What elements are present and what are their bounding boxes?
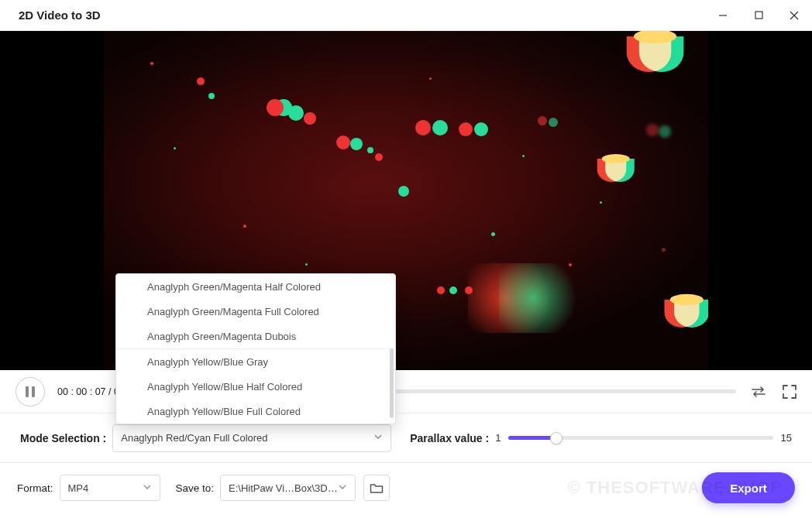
mode-option[interactable]: Anaglyph Green/Magenta Dubois <box>116 324 395 348</box>
svg-rect-1 <box>755 12 762 19</box>
window-controls <box>705 0 812 31</box>
pause-icon <box>26 386 35 397</box>
format-select[interactable]: MP4 <box>60 475 160 501</box>
parallax-label: Parallax value : <box>410 432 489 444</box>
export-bar: Format: MP4 Save to: E:\HitPaw Vi…Box\3D… <box>0 463 812 513</box>
chevron-down-icon <box>143 482 152 494</box>
open-folder-button[interactable] <box>363 475 390 501</box>
close-button[interactable] <box>776 0 812 31</box>
mode-option[interactable]: Anaglyph Green/Magenta Half Colored <box>116 274 395 299</box>
parallax-max: 15 <box>781 432 792 444</box>
fullscreen-icon <box>783 385 797 399</box>
parallax-slider[interactable] <box>508 436 772 440</box>
chevron-down-icon <box>338 482 347 494</box>
fullscreen-button[interactable] <box>781 383 798 400</box>
minimize-icon <box>718 11 728 20</box>
maximize-button[interactable] <box>741 0 776 31</box>
mode-select-value: Anaglyph Red/Cyan Full Colored <box>121 432 267 444</box>
slider-thumb[interactable] <box>550 432 563 444</box>
parallax-min: 1 <box>495 432 501 444</box>
compare-button[interactable] <box>750 383 767 400</box>
maximize-icon <box>755 11 763 19</box>
mode-option[interactable]: Anaglyph Yellow/Blue Half Colored <box>116 374 395 399</box>
title-bar: 2D Video to 3D <box>0 0 812 31</box>
window-title: 2D Video to 3D <box>19 9 101 22</box>
swap-icon <box>751 386 766 397</box>
saveto-select[interactable]: E:\HitPaw Vi…Box\3D Video <box>220 475 356 501</box>
dropdown-scrollbar[interactable] <box>390 348 394 418</box>
app-window: 2D Video to 3D <box>0 0 812 518</box>
mode-option[interactable]: Anaglyph Yellow/Blue Gray <box>116 349 395 374</box>
chevron-down-icon <box>373 432 383 444</box>
format-label: Format: <box>17 482 53 494</box>
close-icon <box>790 11 799 20</box>
export-button[interactable]: Export <box>702 472 795 503</box>
mode-option[interactable]: Anaglyph Yellow/Blue Full Colored <box>116 399 395 424</box>
pause-button[interactable] <box>15 377 45 407</box>
minimize-button[interactable] <box>705 0 741 31</box>
saveto-value: E:\HitPaw Vi…Box\3D Video <box>229 482 338 494</box>
folder-icon <box>370 482 384 494</box>
format-value: MP4 <box>68 482 89 494</box>
mode-dropdown-popup: Anaglyph Green/Magenta Half Colored Anag… <box>115 273 396 424</box>
mode-label: Mode Selection : <box>20 432 106 444</box>
mode-option[interactable]: Anaglyph Green/Magenta Full Colored <box>116 299 395 324</box>
mode-select[interactable]: Anaglyph Red/Cyan Full Colored <box>112 424 391 452</box>
saveto-label: Save to: <box>176 482 215 494</box>
export-button-label: Export <box>730 482 767 495</box>
playback-right-icons <box>750 383 798 400</box>
